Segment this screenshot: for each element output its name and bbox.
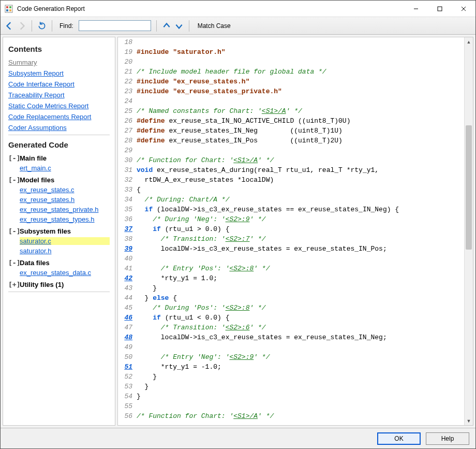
code-text: localDW->is_c3_ex_reuse_states = ex_reus… — [137, 244, 473, 254]
line-number: 43 — [118, 283, 137, 293]
sidebar-file-ex-reuse-states-data-c[interactable]: ex_reuse_states_data.c — [20, 269, 110, 277]
code-text: #define ex_reuse_states_IN_Pos ((uint8_T… — [137, 136, 473, 146]
tree-toggle-icon[interactable]: [-] — [8, 176, 18, 184]
sidebar-file-ex-reuse-states-private-h[interactable]: ex_reuse_states_private.h — [20, 206, 110, 213]
line-number: 18 — [118, 37, 137, 47]
code-line: 54} — [118, 392, 473, 401]
sidebar-group-label: Model files — [20, 176, 54, 184]
sidebar-group-main-file[interactable]: [-]Main file — [8, 154, 110, 162]
code-line: 26#define ex_reuse_sta_IN_NO_ACTIVE_CHIL… — [118, 116, 473, 126]
sidebar-group-subsystem-files[interactable]: [-]Subsystem files — [8, 227, 110, 235]
sidebar-divider — [8, 135, 110, 135]
find-input[interactable] — [79, 20, 151, 31]
close-button[interactable] — [452, 1, 475, 17]
find-next-icon[interactable] — [174, 21, 184, 31]
code-text: /* Include model header file for global … — [137, 67, 473, 77]
code-text: #include "ex_reuse_states.h" — [137, 77, 473, 86]
code-line: 27#define ex_reuse_states_IN_Neg ((uint8… — [118, 126, 473, 136]
refresh-icon[interactable] — [37, 21, 47, 31]
line-number: 21 — [118, 67, 137, 77]
code-text: #include "ex_reuse_states_private.h" — [137, 86, 473, 96]
sidebar-file-ex-reuse-states-h[interactable]: ex_reuse_states.h — [20, 196, 110, 204]
code-line: 30/* Function for Chart: '<S1>/A' */ — [118, 155, 473, 165]
svg-rect-2 — [9, 6, 11, 8]
maximize-button[interactable] — [428, 1, 452, 17]
code-line: 52 } — [118, 372, 473, 382]
back-icon[interactable] — [5, 21, 14, 31]
code-line: 33{ — [118, 185, 473, 195]
code-line: 37 if (rtu_u1 > 0.0) { — [118, 224, 473, 234]
sidebar-file-ex-reuse-states-c[interactable]: ex_reuse_states.c — [20, 186, 110, 194]
code-line: 53 } — [118, 382, 473, 392]
sidebar-file-ert-main-c[interactable]: ert_main.c — [20, 164, 110, 172]
code-text: /* Entry 'Neg': '<S2>:9' */ — [137, 352, 473, 362]
sidebar-link-traceability-report[interactable]: Traceability Report — [8, 91, 110, 99]
code-text: localDW->is_c3_ex_reuse_states = ex_reus… — [137, 332, 473, 342]
code-text: /* Entry 'Pos': '<S2>:8' */ — [137, 264, 473, 273]
code-line: 23#include "ex_reuse_states_private.h" — [118, 86, 473, 96]
sidebar-file-saturator-c[interactable]: saturator.c — [20, 237, 110, 245]
code-text: /* Transition: '<S2>:6' */ — [137, 323, 473, 332]
code-text: *rty_y1 = -1.0; — [137, 362, 473, 372]
sidebar-link-static-code-metrics-report[interactable]: Static Code Metrics Report — [8, 102, 110, 110]
code-text — [137, 401, 473, 411]
line-number[interactable]: 39 — [118, 244, 137, 254]
vertical-scrollbar[interactable]: ▲ ▼ — [464, 37, 473, 425]
code-text: } — [137, 382, 473, 392]
scroll-thumb[interactable] — [466, 125, 472, 250]
contents-heading: Contents — [8, 45, 110, 53]
code-line: 22#include "ex_reuse_states.h" — [118, 77, 473, 86]
line-number: 22 — [118, 77, 137, 86]
sidebar-group-utility-files-1-[interactable]: [+]Utility files (1) — [8, 281, 110, 288]
sidebar-link-coder-assumptions[interactable]: Coder Assumptions — [8, 124, 110, 132]
line-number[interactable]: 42 — [118, 273, 137, 283]
line-number: 49 — [118, 342, 137, 352]
code-text: #define ex_reuse_states_IN_Neg ((uint8_T… — [137, 126, 473, 136]
forward-icon[interactable] — [17, 21, 26, 31]
line-number[interactable]: 51 — [118, 362, 137, 372]
sidebar-group-model-files[interactable]: [-]Model files — [8, 176, 110, 184]
sidebar-file-saturator-h[interactable]: saturator.h — [20, 247, 110, 255]
tree-toggle-icon[interactable]: [+] — [8, 281, 18, 288]
match-case-label[interactable]: Match Case — [198, 22, 231, 30]
line-number[interactable]: 46 — [118, 313, 137, 323]
code-text: /* During 'Pos': '<S2>:8' */ — [137, 303, 473, 313]
code-line: 25/* Named constants for Chart: '<S1>/A'… — [118, 106, 473, 116]
sidebar-divider-bottom — [8, 292, 110, 292]
window-title: Code Generation Report — [17, 5, 85, 12]
code-text: if (rtu_u1 > 0.0) { — [137, 224, 473, 234]
ok-button[interactable]: OK — [377, 432, 421, 445]
sidebar-group-data-files[interactable]: [-]Data files — [8, 259, 110, 267]
code-text: } — [137, 372, 473, 382]
code-line: 39 localDW->is_c3_ex_reuse_states = ex_r… — [118, 244, 473, 254]
tree-toggle-icon[interactable]: [-] — [8, 154, 18, 162]
help-button[interactable]: Help — [426, 432, 469, 445]
line-number: 23 — [118, 86, 137, 96]
sidebar-file-ex-reuse-states-types-h[interactable]: ex_reuse_states_types.h — [20, 215, 110, 223]
line-number[interactable]: 48 — [118, 332, 137, 342]
tree-toggle-icon[interactable]: [-] — [8, 227, 18, 235]
code-area[interactable]: 18 19#include "saturator.h"20 21/* Inclu… — [118, 37, 473, 425]
find-label: Find: — [60, 22, 73, 30]
line-number: 26 — [118, 116, 137, 126]
line-number[interactable]: 37 — [118, 224, 137, 234]
code-text: } else { — [137, 293, 473, 303]
line-number: 34 — [118, 195, 137, 205]
minimize-button[interactable] — [404, 1, 428, 17]
sidebar: Contents SummarySubsystem ReportCode Int… — [3, 37, 115, 426]
find-prev-icon[interactable] — [162, 21, 171, 31]
line-number: 25 — [118, 106, 137, 116]
line-number: 28 — [118, 136, 137, 146]
sidebar-link-summary[interactable]: Summary — [8, 59, 110, 66]
tree-toggle-icon[interactable]: [-] — [8, 259, 18, 267]
sidebar-link-subsystem-report[interactable]: Subsystem Report — [8, 69, 110, 77]
scroll-down-icon[interactable]: ▼ — [465, 416, 473, 425]
code-line: 24 — [118, 96, 473, 106]
sidebar-link-code-replacements-report[interactable]: Code Replacements Report — [8, 113, 110, 121]
sidebar-link-code-interface-report[interactable]: Code Interface Report — [8, 80, 110, 88]
scroll-up-icon[interactable]: ▲ — [465, 37, 473, 46]
code-line: 47 /* Transition: '<S2>:6' */ — [118, 323, 473, 332]
svg-rect-3 — [6, 9, 8, 11]
line-number: 53 — [118, 382, 137, 392]
code-line: 21/* Include model header file for globa… — [118, 67, 473, 77]
